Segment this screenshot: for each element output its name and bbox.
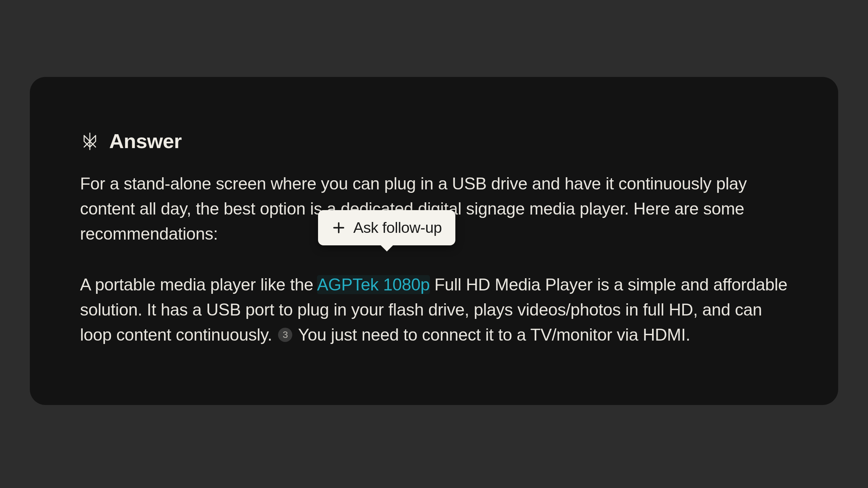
followup-label: Ask follow-up	[353, 219, 442, 237]
answer-text-segment: A portable media player like the	[80, 275, 317, 294]
answer-body: For a stand-alone screen where you can p…	[80, 171, 788, 347]
plus-icon	[332, 221, 346, 235]
answer-paragraph-2: A portable media player like the AGPTek …	[80, 272, 788, 347]
answer-text-segment: You just need to connect it to a TV/moni…	[294, 325, 690, 344]
citation-badge[interactable]: 3	[278, 328, 292, 342]
answer-title: Answer	[109, 129, 182, 153]
product-link-agptek[interactable]: AGPTek 1080p	[317, 275, 430, 294]
answer-header: Answer	[80, 129, 788, 153]
ask-followup-popover[interactable]: Ask follow-up	[318, 210, 455, 245]
perplexity-icon	[80, 131, 100, 151]
